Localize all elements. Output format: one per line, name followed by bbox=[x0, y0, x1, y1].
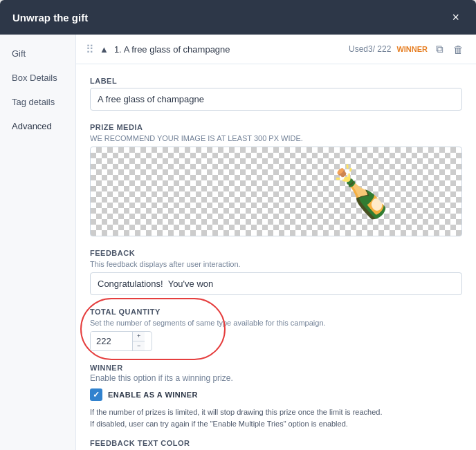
prize-used-label: Used3/ 222 bbox=[349, 44, 391, 54]
prize-actions: ⧉ 🗑 bbox=[433, 41, 466, 57]
winner-section: WINNER Enable this option if its a winni… bbox=[90, 364, 462, 429]
prize-media-heading: PRIZE MEDIA bbox=[90, 123, 462, 131]
champagne-bottle-image: 🍾 bbox=[330, 162, 392, 221]
modal: Unwrap the gift × Gift Box Details Tag d… bbox=[0, 0, 476, 450]
main-content: ⠿ ▲ 1. A free glass of champagne Used3/ … bbox=[76, 35, 476, 450]
sidebar: Gift Box Details Tag details Advanced bbox=[0, 35, 76, 450]
prize-delete-button[interactable]: 🗑 bbox=[450, 41, 466, 57]
prize-media-sublabel: WE RECOMMEND YOUR IMAGE IS AT LEAST 300 … bbox=[90, 134, 462, 142]
prize-media-section: PRIZE MEDIA WE RECOMMEND YOUR IMAGE IS A… bbox=[90, 123, 462, 236]
total-quantity-sublabel: Set the number of segments of same type … bbox=[90, 319, 462, 327]
prize-media-box[interactable]: 🍾 bbox=[90, 147, 462, 236]
feedback-section: FEEDBACK This feedback displays after us… bbox=[90, 249, 462, 295]
modal-close-button[interactable]: × bbox=[448, 10, 464, 25]
collapse-icon: ▲ bbox=[100, 44, 109, 55]
prize-title: 1. A free glass of champagne bbox=[114, 44, 343, 55]
quantity-increment-button[interactable]: + bbox=[133, 332, 145, 341]
label-section: LABEL bbox=[90, 77, 462, 111]
winner-heading-row: WINNER bbox=[90, 364, 462, 372]
feedback-heading: FEEDBACK bbox=[90, 249, 462, 257]
total-quantity-heading: TOTAL QUANTITY bbox=[90, 308, 462, 316]
enable-winner-label: ENABLE AS A WINNER bbox=[108, 391, 198, 399]
modal-header: Unwrap the gift × bbox=[0, 0, 476, 35]
sidebar-item-tag-details[interactable]: Tag details bbox=[0, 90, 75, 114]
winner-heading: WINNER bbox=[90, 364, 123, 372]
prize-collapse-button[interactable]: ▲ bbox=[100, 44, 109, 55]
winner-info-line1: If the number of prizes is limited, it w… bbox=[90, 406, 462, 418]
drag-handle-icon[interactable]: ⠿ bbox=[86, 43, 94, 56]
prize-header-row: ⠿ ▲ 1. A free glass of champagne Used3/ … bbox=[76, 35, 476, 64]
quantity-buttons: + − bbox=[132, 332, 145, 350]
form-body: LABEL PRIZE MEDIA WE RECOMMEND YOUR IMAG… bbox=[76, 64, 476, 450]
label-heading: LABEL bbox=[90, 77, 462, 85]
quantity-decrement-button[interactable]: − bbox=[133, 341, 145, 350]
modal-body: Gift Box Details Tag details Advanced ⠿ … bbox=[0, 35, 476, 450]
label-input[interactable] bbox=[90, 88, 462, 111]
enable-winner-row: ENABLE AS A WINNER bbox=[90, 388, 462, 401]
enable-winner-checkbox[interactable] bbox=[90, 388, 102, 401]
sidebar-item-gift[interactable]: Gift bbox=[0, 41, 75, 66]
total-quantity-section: TOTAL QUANTITY Set the number of segment… bbox=[90, 308, 462, 351]
sidebar-item-box-details[interactable]: Box Details bbox=[0, 66, 75, 90]
modal-title: Unwrap the gift bbox=[12, 12, 88, 24]
prize-meta: Used3/ 222 WINNER bbox=[349, 44, 428, 54]
feedback-sublabel: This feedback displays after user intera… bbox=[90, 260, 462, 268]
feedback-input[interactable] bbox=[90, 272, 462, 295]
winner-desc: Enable this option if its a winning priz… bbox=[90, 373, 462, 383]
sidebar-item-advanced[interactable]: Advanced bbox=[0, 114, 75, 138]
quantity-input[interactable] bbox=[91, 332, 132, 350]
feedback-text-color-heading: Feedback Text Color bbox=[90, 439, 462, 447]
feedback-text-color-section: Feedback Text Color bbox=[90, 439, 462, 447]
winner-info-line2: If disabled, user can try again if the "… bbox=[90, 418, 462, 430]
prize-winner-badge: WINNER bbox=[396, 45, 428, 53]
quantity-input-wrap: + − bbox=[90, 331, 152, 351]
prize-copy-button[interactable]: ⧉ bbox=[433, 41, 446, 57]
